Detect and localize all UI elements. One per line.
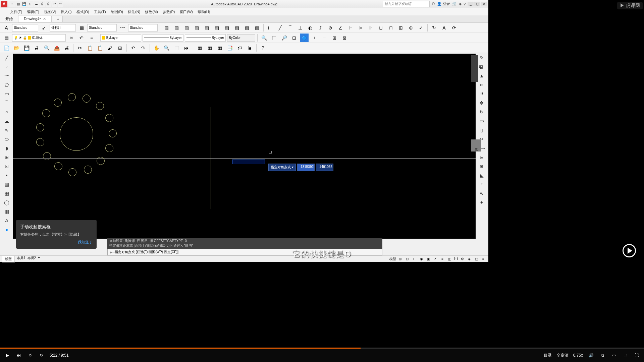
transp-icon[interactable]: ◫	[446, 256, 452, 262]
zoom-extents-icon[interactable]: ⊠	[340, 34, 349, 42]
layer-dropdown[interactable]: 💡 ☀ 🔓 01墙体	[12, 34, 66, 42]
dim-update-icon[interactable]: ↻	[430, 23, 438, 32]
zoom-win-icon[interactable]: ⬚	[172, 44, 181, 52]
layer-tool-icon[interactable]: ▨	[182, 23, 191, 32]
pline-icon[interactable]: 〜	[3, 72, 11, 80]
break-icon[interactable]: ⊟	[478, 153, 486, 161]
viewcube[interactable]	[471, 55, 478, 82]
layer-tool-icon[interactable]: ▨	[253, 23, 261, 32]
dim-linear-icon[interactable]: ⊢	[266, 23, 274, 32]
line-icon[interactable]: ╱	[3, 54, 11, 62]
layer-state-icon[interactable]: ≡	[87, 34, 96, 42]
drawing-canvas[interactable]: 指定对角点或 ▾ -1315392 -1491066	[13, 54, 476, 239]
point-icon[interactable]: •	[3, 171, 11, 179]
copy-icon[interactable]: 📋	[86, 44, 94, 52]
tablestyle-dropdown[interactable]: Standard	[87, 24, 117, 32]
help2-icon[interactable]: ?	[259, 44, 267, 52]
mlstyle-dropdown[interactable]: Standard	[128, 24, 158, 32]
dyn-x-field[interactable]: -1315392	[297, 164, 315, 171]
snap-icon[interactable]: ⊡	[404, 256, 410, 262]
menu-file[interactable]: 文件(F)	[10, 9, 22, 14]
dim-jog-icon[interactable]: ⤴	[316, 23, 325, 32]
infocenter-icon[interactable]: ⚇	[432, 2, 435, 6]
mirror-icon[interactable]: ▲	[478, 72, 486, 80]
dim-radius-icon[interactable]: ◐	[306, 23, 315, 32]
volume-icon[interactable]: 🔊	[588, 352, 594, 359]
play-overlay-button[interactable]	[623, 244, 636, 257]
textstyle-dropdown[interactable]: Standard	[12, 24, 38, 32]
menu-draw[interactable]: 绘图(D)	[111, 9, 123, 14]
revcloud-icon[interactable]: ☁	[3, 117, 11, 125]
zoom-window-icon[interactable]: 🔍	[260, 34, 268, 42]
cloud-icon[interactable]: ☁	[34, 1, 39, 7]
menu-help[interactable]: 帮助(H)	[198, 9, 210, 14]
layout1-tab[interactable]: 布局1	[17, 256, 25, 262]
osnap-icon[interactable]: ▣	[425, 256, 431, 262]
arc-icon[interactable]: ⌒	[3, 99, 11, 107]
theater-icon[interactable]: ▭	[610, 352, 617, 359]
block-icon[interactable]: ⊞	[116, 44, 124, 52]
quality-button[interactable]: 全高清	[556, 353, 569, 358]
anno-scale[interactable]: 1:1	[453, 257, 458, 261]
iso-icon[interactable]: ◈	[466, 256, 472, 262]
chamfer-icon[interactable]: ◣	[478, 171, 486, 179]
menu-modify[interactable]: 修改(M)	[145, 9, 158, 14]
redo-icon[interactable]: ↷	[58, 1, 63, 7]
dim-space-icon[interactable]: ⊔	[376, 23, 385, 32]
cut-icon[interactable]: ✂	[75, 44, 84, 52]
sheet-icon[interactable]: 📑	[225, 44, 234, 52]
undo-icon[interactable]: ↶	[129, 44, 138, 52]
dim-reassoc-icon[interactable]: ⟳	[450, 23, 459, 32]
rewind-button[interactable]: ↺	[27, 352, 34, 359]
app-exchange-icon[interactable]: ◈	[459, 2, 462, 6]
layer-tool-icon[interactable]: ▨	[232, 23, 241, 32]
layer-tool-icon[interactable]: ▨	[172, 23, 181, 32]
tooltip-ok-button[interactable]: 我知道了	[20, 240, 93, 245]
color-dropdown[interactable]: ByLayer	[100, 34, 141, 42]
new-file-icon[interactable]: 📄	[2, 44, 11, 52]
erase-icon[interactable]: ✎	[478, 54, 486, 62]
rotate-icon[interactable]: ↻	[478, 108, 486, 116]
tablestyle-icon[interactable]: ▦	[77, 23, 86, 32]
stretch-icon[interactable]: ▯	[478, 126, 486, 134]
circle-icon[interactable]: ○	[3, 108, 11, 116]
ellipsearc-icon[interactable]: ◗	[3, 144, 11, 152]
new-tab-button[interactable]: +	[52, 16, 63, 22]
dimstyle-dropdown[interactable]: 外标注	[50, 24, 76, 32]
mtext-icon[interactable]: A	[3, 217, 11, 225]
pip-icon[interactable]: ⧉	[599, 352, 606, 359]
speed-button[interactable]: 0.75x	[573, 353, 583, 358]
menu-view[interactable]: 视图(V)	[44, 9, 56, 14]
help-icon[interactable]: ?	[464, 2, 466, 6]
linetype-dropdown[interactable]: ByLayer	[143, 34, 183, 42]
dim-arc-icon[interactable]: ⌒	[286, 23, 294, 32]
redo-icon[interactable]: ↷	[139, 44, 148, 52]
layer-tool-icon[interactable]: ▨	[192, 23, 201, 32]
otrack-icon[interactable]: ∠	[432, 256, 438, 262]
next-button[interactable]: ⏭	[15, 352, 22, 359]
menu-dimension[interactable]: 标注(N)	[128, 9, 140, 14]
undo-icon[interactable]: ↶	[52, 1, 57, 7]
zoom-rt-icon[interactable]: 🔍	[162, 44, 171, 52]
maximize-button[interactable]: ▢	[474, 2, 480, 6]
preview-icon[interactable]: 🔍	[42, 44, 51, 52]
qcalc-icon[interactable]: 🖩	[246, 44, 254, 52]
join-icon[interactable]: ⊕	[478, 162, 486, 170]
clean-icon[interactable]: ▢	[473, 256, 479, 262]
menu-insert[interactable]: 插入(I)	[61, 9, 71, 14]
zoom-out-icon[interactable]: −	[320, 34, 329, 42]
dim-aligned-icon[interactable]: ╱	[276, 23, 284, 32]
region-icon[interactable]: ◯	[3, 198, 11, 206]
inspect-icon[interactable]: ✓	[417, 23, 425, 32]
add-layout-button[interactable]: +	[38, 256, 40, 262]
tab-start[interactable]: 开始	[0, 15, 18, 22]
ellipse-icon[interactable]: ⬭	[3, 135, 11, 143]
dim-angular-icon[interactable]: ∠	[336, 23, 345, 32]
props-icon[interactable]: ▦	[195, 44, 204, 52]
zoom-object-icon[interactable]: 🔷	[300, 34, 309, 42]
publish-icon[interactable]: 📤	[52, 44, 61, 52]
save-icon[interactable]: 💾	[21, 1, 27, 7]
login-button[interactable]: 👤 登录	[437, 1, 450, 6]
rectangle-icon[interactable]: ▭	[3, 90, 11, 98]
loop-button[interactable]: ⟳	[38, 352, 45, 359]
